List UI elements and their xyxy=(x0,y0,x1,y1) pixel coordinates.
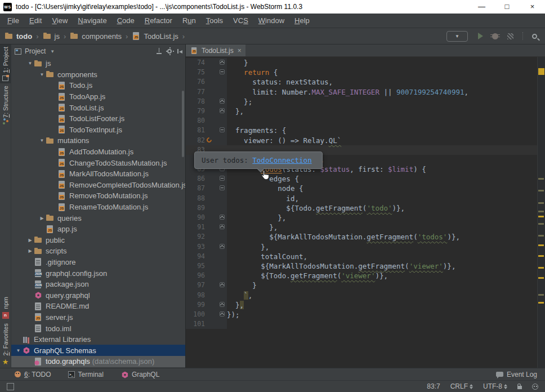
tool-window-tab-graphql[interactable]: GraphQL xyxy=(120,371,159,378)
search-icon[interactable] xyxy=(532,34,537,39)
tree-item-addtodomutation-js[interactable]: AddTodoMutation.js xyxy=(11,146,185,158)
code-line-81[interactable]: 81 fragments: { xyxy=(186,126,537,135)
event-log-button[interactable]: Event Log xyxy=(496,371,537,378)
tree-item-components[interactable]: ▼components xyxy=(11,69,185,81)
code-line-92[interactable]: 92 ${MarkAllTodosMutation.getFragment('t… xyxy=(186,232,537,242)
menu-item-run[interactable]: Run xyxy=(177,14,201,28)
menu-item-edit[interactable]: Edit xyxy=(24,14,47,28)
tool-window-tab-terminal[interactable]: >_Terminal xyxy=(68,371,104,378)
code-line-90[interactable]: 90 }, xyxy=(186,213,537,222)
code-line-98[interactable]: 98 `, xyxy=(186,291,537,300)
fold-marker-icon[interactable] xyxy=(220,127,225,132)
code-line-78[interactable]: 78 }; xyxy=(186,97,537,106)
tree-item-todotextinput-js[interactable]: TodoTextInput.js xyxy=(11,124,185,136)
tool-strip-tab-7-structure[interactable]: 7: Structure xyxy=(0,83,11,127)
menu-item-file[interactable]: File xyxy=(2,14,24,28)
close-button[interactable]: × xyxy=(520,0,545,14)
menu-item-code[interactable]: Code xyxy=(112,14,140,28)
menu-item-window[interactable]: Window xyxy=(253,14,289,28)
code-line-99[interactable]: 99 }, xyxy=(186,300,537,310)
tree-item-package-json[interactable]: package.json xyxy=(11,279,185,290)
tree-item-todo-graphqls[interactable]: todo.graphqls (data\schema.json) xyxy=(11,356,185,367)
tree-item-changetodostatusmutation-js[interactable]: ChangeTodoStatusMutation.js xyxy=(11,157,185,168)
debug-icon[interactable] xyxy=(492,33,498,39)
code-line-77[interactable]: 77 limit: Number.MAX_SAFE_INTEGER || 900… xyxy=(186,87,537,97)
code-line-82[interactable]: 82 viewer: () => Relay.QL` xyxy=(186,136,537,145)
code-line-79[interactable]: 79 }, xyxy=(186,106,537,116)
tree-arrow-icon[interactable]: ▶ xyxy=(38,216,46,221)
tree-item-scripts[interactable]: ▶scripts xyxy=(11,246,185,257)
tree-arrow-icon[interactable]: ▼ xyxy=(26,61,34,66)
tree-item-query-graphql[interactable]: query.graphql xyxy=(11,289,185,301)
tree-item-js[interactable]: ▼js xyxy=(11,58,185,69)
menu-item-vcs[interactable]: VCS xyxy=(228,14,253,28)
locate-file-icon[interactable] xyxy=(157,49,162,54)
close-tab-icon[interactable]: × xyxy=(238,47,242,55)
project-panel-title[interactable]: Project xyxy=(25,47,46,55)
fold-marker-icon[interactable] xyxy=(220,185,225,190)
tool-window-toggle-icon[interactable] xyxy=(7,383,14,390)
hide-panel-icon[interactable] xyxy=(177,49,182,54)
code-line-93[interactable]: 93 }, xyxy=(186,242,537,252)
code-line-86[interactable]: 86 edges { xyxy=(186,174,537,184)
run-icon[interactable] xyxy=(478,33,483,39)
code-line-76[interactable]: 76 status: nextStatus, xyxy=(186,77,537,87)
graphql-injection-icon[interactable] xyxy=(206,136,213,144)
tree-item-todolist-js[interactable]: TodoList.js xyxy=(11,102,185,113)
encoding-selector[interactable]: UTF-8 xyxy=(483,382,507,390)
lock-icon[interactable] xyxy=(517,384,522,389)
tree-item-removecompletedtodosmutation-js[interactable]: RemoveCompletedTodosMutation.js xyxy=(11,180,185,191)
fold-marker-icon[interactable] xyxy=(220,224,225,229)
code-line-88[interactable]: 88 id, xyxy=(186,194,537,203)
maximize-button[interactable]: □ xyxy=(494,0,520,14)
code-line-100[interactable]: 100}); xyxy=(186,310,537,319)
inspection-profile-icon[interactable] xyxy=(532,384,538,390)
tree-item-gitignore[interactable]: .gitignore xyxy=(11,257,185,268)
fold-marker-icon[interactable] xyxy=(220,176,225,181)
code-line-87[interactable]: 87 node { xyxy=(186,184,537,193)
tree-arrow-icon[interactable]: ▶ xyxy=(26,238,34,243)
tree-item-todo-iml[interactable]: todo.iml xyxy=(11,323,185,334)
tree-item-external-libraries[interactable]: External Libraries xyxy=(11,334,185,345)
tree-item-graphql-config-json[interactable]: graphql.config.json xyxy=(11,268,185,279)
tree-item-queries[interactable]: ▶queries xyxy=(11,212,185,224)
fold-marker-icon[interactable] xyxy=(220,108,225,113)
fold-marker-icon[interactable] xyxy=(220,244,225,249)
menu-item-view[interactable]: View xyxy=(47,14,73,28)
menu-item-refactor[interactable]: Refactor xyxy=(140,14,177,28)
breadcrumb-item-components[interactable]: components xyxy=(70,32,122,41)
tree-item-todolistfooter-js[interactable]: TodoListFooter.js xyxy=(11,113,185,124)
tree-arrow-icon[interactable]: ▶ xyxy=(26,248,34,253)
menu-item-navigate[interactable]: Navigate xyxy=(73,14,111,28)
run-config-dropdown[interactable]: ▼ xyxy=(446,31,468,42)
editor-tab-todolist[interactable]: TodoList.js × xyxy=(186,44,245,56)
tree-item-renametodomutation-js[interactable]: RenameTodoMutation.js xyxy=(11,202,185,213)
code-line-96[interactable]: 96 ${Todo.getFragment('viewer')}, xyxy=(186,271,537,280)
code-line-80[interactable]: 80 xyxy=(186,116,537,126)
line-ending-selector[interactable]: CRLF xyxy=(450,382,473,390)
code-line-91[interactable]: 91 }, xyxy=(186,222,537,232)
tooltip-type-link[interactable]: TodoConnection xyxy=(252,156,311,164)
breadcrumb-item-todo[interactable]: todo xyxy=(5,32,32,41)
tree-item-graphql-schemas[interactable]: ▼GraphQL Schemas xyxy=(11,345,185,356)
fold-marker-icon[interactable] xyxy=(220,302,225,307)
tree-item-todo-js[interactable]: Todo.js xyxy=(11,80,185,91)
chevron-down-icon[interactable]: ▼ xyxy=(50,49,157,54)
tool-window-tab-6-todo[interactable]: 6: TODO xyxy=(15,371,51,378)
menu-item-help[interactable]: Help xyxy=(289,14,315,28)
breadcrumb-item-js[interactable]: js xyxy=(43,32,60,41)
code-line-95[interactable]: 95 ${MarkAllTodosMutation.getFragment('v… xyxy=(186,261,537,271)
breadcrumb-item-todolist-js[interactable]: TodoList.js xyxy=(132,32,178,41)
tool-strip-tab-1-project[interactable]: 1: Project xyxy=(0,44,11,83)
code-line-97[interactable]: 97 } xyxy=(186,280,537,290)
code-line-74[interactable]: 74 } xyxy=(186,58,537,68)
tree-item-readme-md[interactable]: README.md xyxy=(11,301,185,312)
fold-marker-icon[interactable] xyxy=(220,60,225,65)
code-line-89[interactable]: 89 ${Todo.getFragment('todo')}, xyxy=(186,203,537,213)
menu-item-tools[interactable]: Tools xyxy=(201,14,228,28)
tree-item-public[interactable]: ▶public xyxy=(11,235,185,246)
fold-marker-icon[interactable] xyxy=(220,69,225,74)
coverage-icon[interactable] xyxy=(507,33,513,39)
minimize-button[interactable]: — xyxy=(469,0,494,14)
fold-marker-icon[interactable] xyxy=(220,215,225,220)
